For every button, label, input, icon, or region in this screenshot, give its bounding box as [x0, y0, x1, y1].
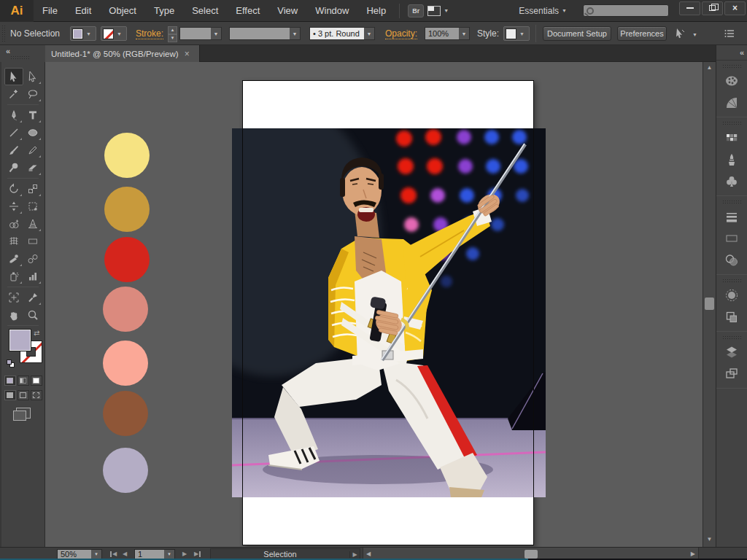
- fill-proxy-swatch[interactable]: [9, 329, 31, 351]
- panel-stroke[interactable]: [719, 206, 745, 228]
- panel-symbols[interactable]: [719, 171, 745, 192]
- panel-transparency[interactable]: [719, 249, 745, 271]
- tab-close-icon[interactable]: ×: [185, 49, 190, 59]
- color-circle-3[interactable]: [104, 237, 150, 282]
- workspace-switcher[interactable]: Essentials ▼: [513, 6, 576, 16]
- zoom-dropdown-button[interactable]: ▼: [91, 549, 102, 559]
- color-button[interactable]: [4, 376, 16, 386]
- collapse-toolbar-icon[interactable]: «: [6, 47, 9, 55]
- tool-pencil[interactable]: [23, 141, 42, 159]
- scroll-down-icon[interactable]: ▼: [703, 536, 716, 542]
- tool-symbol-sprayer[interactable]: [4, 268, 23, 285]
- panel-layers[interactable]: [719, 341, 745, 363]
- menu-select[interactable]: Select: [183, 0, 227, 22]
- gradient-button[interactable]: [18, 376, 29, 386]
- color-circle-5[interactable]: [103, 341, 148, 386]
- panel-gradient[interactable]: [719, 228, 745, 249]
- draw-behind-button[interactable]: [18, 390, 29, 400]
- stepper-down-icon[interactable]: ▼: [168, 34, 177, 42]
- dock-drag-grip[interactable]: [722, 121, 741, 125]
- panel-graphic-styles[interactable]: [719, 306, 745, 328]
- artboard-number-field[interactable]: 1: [134, 549, 165, 559]
- width-profile-dropdown-button[interactable]: ▼: [290, 27, 301, 40]
- panel-color-guide[interactable]: [719, 92, 745, 114]
- expand-panels-icon[interactable]: «: [740, 48, 743, 57]
- width-profile-field[interactable]: [229, 27, 290, 40]
- tool-blob-brush[interactable]: [4, 159, 23, 176]
- brush-definition-field[interactable]: • 3 pt. Round: [309, 27, 365, 40]
- panel-swatches[interactable]: [719, 127, 745, 149]
- tool-eyedropper[interactable]: [4, 250, 23, 268]
- tool-rotate[interactable]: [4, 180, 23, 198]
- opacity-panel-link[interactable]: Opacity:: [385, 22, 417, 39]
- canvas-pasteboard[interactable]: [45, 62, 703, 547]
- tool-shape-builder[interactable]: [4, 215, 23, 233]
- first-artboard-button[interactable]: ◀: [109, 549, 117, 559]
- color-circle-6[interactable]: [103, 391, 148, 436]
- tool-column-graph[interactable]: [23, 268, 42, 285]
- tool-hand[interactable]: [4, 306, 23, 324]
- menu-file[interactable]: File: [34, 0, 66, 22]
- tool-line-segment[interactable]: [4, 124, 23, 141]
- tool-scale[interactable]: [23, 180, 42, 198]
- search-input[interactable]: [594, 7, 668, 15]
- stroke-panel-link[interactable]: Stroke:: [136, 22, 163, 39]
- toolbar-drag-grip[interactable]: [10, 55, 29, 59]
- vertical-scrollbar[interactable]: ▲ ▼: [703, 62, 716, 547]
- dock-drag-grip[interactable]: [722, 64, 741, 68]
- stroke-weight-dropdown-button[interactable]: ▼: [211, 27, 222, 40]
- menu-view[interactable]: View: [268, 0, 306, 22]
- tool-paintbrush[interactable]: [4, 141, 23, 159]
- next-artboard-button[interactable]: ▶: [182, 549, 187, 559]
- scroll-up-icon[interactable]: ▲: [703, 64, 716, 71]
- tool-width[interactable]: [4, 198, 23, 215]
- chevron-down-icon[interactable]: ▼: [444, 8, 449, 13]
- tool-lasso[interactable]: [23, 85, 42, 103]
- zoom-level-field[interactable]: 50%: [57, 549, 92, 559]
- tool-pen[interactable]: [4, 106, 23, 124]
- arrange-documents-icon[interactable]: [427, 6, 441, 16]
- none-button[interactable]: [31, 376, 42, 386]
- tool-zoom[interactable]: [23, 306, 42, 324]
- panel-menu-icon[interactable]: [724, 28, 735, 42]
- default-fill-stroke-icon[interactable]: [7, 359, 15, 368]
- bridge-button[interactable]: Br: [408, 4, 424, 18]
- status-menu-button[interactable]: ▶: [349, 551, 360, 558]
- menu-type[interactable]: Type: [145, 0, 183, 22]
- opacity-field[interactable]: 100%: [425, 27, 460, 40]
- panel-appearance[interactable]: [719, 284, 745, 306]
- tool-gradient[interactable]: [23, 233, 42, 250]
- tool-ellipse[interactable]: [23, 124, 42, 141]
- color-circle-2[interactable]: [104, 187, 150, 232]
- color-circle-7[interactable]: [103, 448, 148, 493]
- close-button[interactable]: ×: [724, 1, 746, 15]
- panel-artboards[interactable]: [719, 363, 745, 385]
- draw-inside-button[interactable]: [31, 390, 42, 400]
- document-setup-button[interactable]: Document Setup: [543, 26, 611, 41]
- dock-drag-grip[interactable]: [722, 279, 741, 282]
- change-screen-mode-button[interactable]: [16, 408, 31, 419]
- style-dropdown[interactable]: ▼: [503, 26, 530, 41]
- tool-slice[interactable]: [23, 289, 42, 306]
- menu-help[interactable]: Help: [357, 0, 395, 22]
- swap-fill-stroke-icon[interactable]: ⇄: [34, 329, 39, 337]
- performer-photo[interactable]: [232, 128, 546, 497]
- stroke-color-dropdown[interactable]: ▼: [101, 26, 127, 41]
- restore-button[interactable]: [702, 1, 723, 15]
- menu-edit[interactable]: Edit: [66, 0, 100, 22]
- horizontal-scrollbar-thumb[interactable]: [525, 550, 538, 559]
- fill-color-dropdown[interactable]: ▼: [70, 26, 96, 41]
- draw-normal-button[interactable]: [4, 390, 16, 400]
- stroke-weight-stepper[interactable]: ▲ ▼: [168, 26, 177, 41]
- panel-brushes[interactable]: [719, 149, 745, 171]
- isolate-selected-object-icon[interactable]: [674, 28, 686, 42]
- preferences-button[interactable]: Preferences: [617, 26, 667, 41]
- search-box[interactable]: [583, 4, 669, 17]
- minimize-button[interactable]: [679, 1, 700, 15]
- menu-window[interactable]: Window: [306, 0, 357, 22]
- color-circle-4[interactable]: [103, 287, 148, 332]
- app-logo-icon[interactable]: Ai: [0, 0, 34, 22]
- tool-perspective-grid[interactable]: [23, 215, 42, 233]
- tool-free-transform[interactable]: [23, 198, 42, 215]
- last-artboard-button[interactable]: ▶: [194, 549, 201, 559]
